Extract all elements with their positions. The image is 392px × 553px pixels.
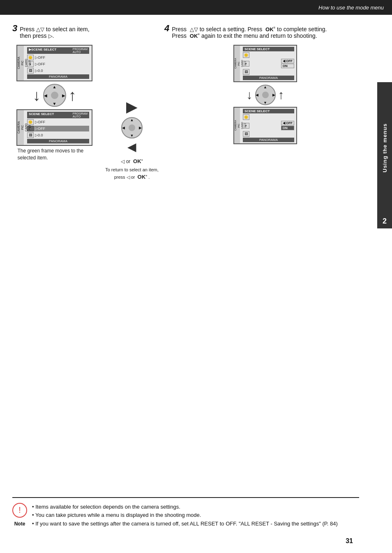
step4-header: 4 Press △▽ to select a setting. Press OK… <box>164 23 363 39</box>
header-title: How to use the mode menu <box>318 5 384 11</box>
note-section: ! Note • Items available for selection d… <box>12 497 359 528</box>
camera-screen-2: CAMERAPICCARDSET SCENE SELECT PROGRAMAUT… <box>16 109 92 146</box>
screen4-panorama: PANORAMA <box>243 138 294 142</box>
note-label: Note <box>14 521 25 527</box>
screen3-row3: 🖼 <box>243 69 294 75</box>
screen1-row2: ▪ ▷OFF <box>27 61 89 67</box>
side-tab-number: 2 <box>377 214 392 228</box>
step3-number: 3 <box>12 23 17 34</box>
screen2-row3: 🖼 ▷0.0 <box>27 132 89 138</box>
page-number: 31 <box>346 537 353 545</box>
screen2-title: SCENE SELECT PROGRAMAUTO <box>27 112 89 118</box>
screen3-left-strip: CAMERAPICCARDSET <box>234 46 240 81</box>
note-bullet-2: • You can take pictures while a menu is … <box>32 511 338 520</box>
screen4-left-strip: CAMERAPICCARDSET <box>234 108 240 143</box>
caption-return-label: ◁ or OK≡ To return to select an item, pr… <box>103 158 161 181</box>
side-tab-text: Using the menus <box>382 123 388 173</box>
right-diagram: CAMERAPICCARDSET SCENE SELECT 🙂 ▪ ◀ OFF … <box>167 45 363 144</box>
note-bullet-1: • Items available for selection depends … <box>32 503 338 512</box>
screen3-row1: 🙂 <box>243 52 294 58</box>
left-arrow-mid: ◀ <box>127 140 136 154</box>
note-warning-icon: ! <box>12 503 27 518</box>
screen2-row1: 🙂 ▷OFF <box>27 119 89 125</box>
screen2-panorama: PANORAMA <box>27 139 89 143</box>
note-bullet-3: • If you want to save the settings after… <box>32 520 338 528</box>
side-tab: Using the menus <box>377 82 392 214</box>
screen4-row2: ▪ ◀ OFF ON <box>243 121 294 130</box>
screen4-title: SCENE SELECT <box>243 109 294 113</box>
page-header: How to use the mode menu <box>0 0 392 15</box>
mid-diagram: ▶ ▲ ▼ ◀ ▶ ◀ ◁ or OK≡ To return to select… <box>103 45 161 181</box>
screen4-row1: 🙂 <box>243 114 294 120</box>
screen2-left-strip: CAMERAPICCARDSET <box>17 110 24 145</box>
screen1-row1: 🙂 ▷OFF <box>27 55 89 60</box>
screen1-title: ▶SCENE SELECT PROGRAMAUTO <box>27 47 89 54</box>
screen4-row3: 🖼 <box>243 131 294 137</box>
screen3-row2: ▪ ◀ OFF ON <box>243 59 294 68</box>
down-arrow-1: ↓ <box>33 88 41 103</box>
screen1-left-strip: CAMERAPICCARDSET <box>17 46 24 81</box>
step4-number: 4 <box>164 23 169 34</box>
up-arrow-1: ↑ <box>69 88 76 103</box>
left-diagram: CAMERAPICCARDSET ▶SCENE SELECT PROGRAMAU… <box>12 45 97 161</box>
down-arrow-2: ↓ <box>247 88 253 102</box>
up-arrow-2: ↑ <box>278 88 284 102</box>
right-arrow-big: ▶ <box>126 98 138 115</box>
camera-screen-3: CAMERAPICCARDSET SCENE SELECT 🙂 ▪ ◀ OFF … <box>233 45 297 82</box>
step3-text: Press △▽ to select an item,then press ▷. <box>20 26 89 39</box>
dpad1-section: ↓ ▲ ▼ ◀ ▶ ↑ <box>33 84 76 107</box>
screen1-panorama: PANORAMA <box>27 74 89 79</box>
camera-screen-4: CAMERAPICCARDSET SCENE SELECT 🙂 ▪ ◀ OFF … <box>233 107 297 144</box>
dpad2-section: ↓ ▲ ▼ ◀ ▶ ↑ <box>247 85 284 105</box>
caption-green-frame: The green frame moves to the selected it… <box>18 147 92 161</box>
main-content: 3 Press △▽ to select an item,then press … <box>0 15 376 553</box>
screen1-row3: 🖼 ▷0.0 <box>27 68 89 74</box>
screen3-title: SCENE SELECT <box>243 47 294 51</box>
step4-section: 4 Press △▽ to select a setting. Press OK… <box>164 23 363 41</box>
step3-section: 3 Press △▽ to select an item,then press … <box>12 23 152 41</box>
step3-header: 3 Press △▽ to select an item,then press … <box>12 23 152 39</box>
camera-screen-1: CAMERAPICCARDSET ▶SCENE SELECT PROGRAMAU… <box>16 45 92 81</box>
note-content: • Items available for selection depends … <box>32 503 338 528</box>
step4-text: Press △▽ to select a setting. Press OK≡ … <box>172 26 327 39</box>
note-icon-area: ! Note <box>12 503 27 527</box>
screen2-row2-selected: ▪ ▷OFF <box>27 126 89 131</box>
screen3-panorama: PANORAMA <box>243 76 294 80</box>
